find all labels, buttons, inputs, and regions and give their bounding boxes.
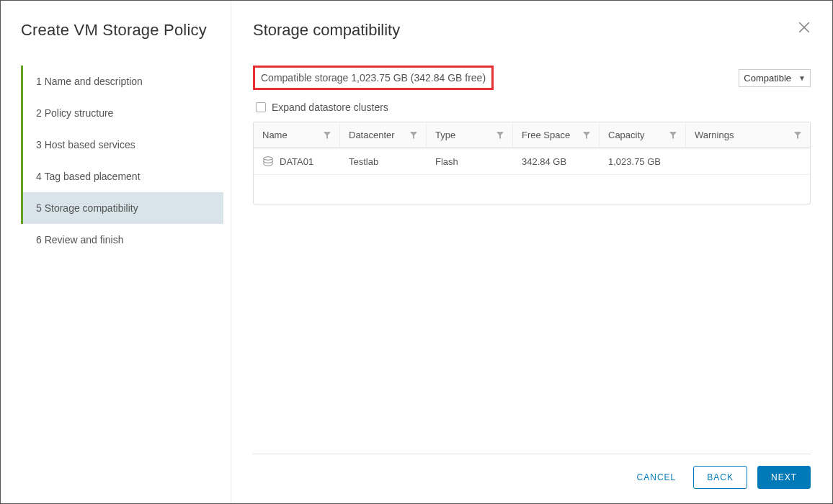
step-policy-structure[interactable]: 2 Policy structure — [21, 97, 223, 129]
page-title: Storage compatibility — [253, 21, 811, 40]
cell-value: Flash — [435, 156, 458, 167]
table-empty-space — [254, 175, 810, 204]
chevron-down-icon: ▼ — [798, 74, 806, 82]
compatibility-dropdown[interactable]: Compatible ▼ — [739, 69, 811, 87]
svg-marker-2 — [324, 132, 331, 139]
filter-icon[interactable] — [324, 132, 331, 139]
compatible-summary: Compatible storage 1,023.75 GB (342.84 G… — [253, 66, 494, 90]
cell-type: Flash — [427, 148, 513, 174]
column-label: Capacity — [608, 130, 645, 140]
main-panel: Storage compatibility Compatible storage… — [231, 1, 832, 503]
filter-icon[interactable] — [669, 132, 677, 139]
back-button[interactable]: BACK — [693, 466, 747, 489]
dialog: Create VM Storage Policy 1 Name and desc… — [0, 0, 833, 504]
cell-value: 1,023.75 GB — [608, 156, 661, 167]
step-label: Tag based placement — [44, 171, 140, 182]
svg-marker-3 — [410, 132, 417, 139]
step-number: 1 — [36, 76, 42, 87]
cell-value: Testlab — [349, 156, 378, 167]
dropdown-selected: Compatible — [744, 73, 791, 84]
checkbox-label: Expand datastore clusters — [272, 102, 388, 113]
next-button[interactable]: NEXT — [757, 466, 811, 489]
datastore-icon — [262, 156, 274, 167]
step-number: 3 — [36, 139, 42, 150]
svg-marker-7 — [794, 132, 801, 139]
wizard-steps: 1 Name and description 2 Policy structur… — [21, 66, 231, 256]
close-icon[interactable] — [798, 21, 811, 34]
svg-marker-4 — [496, 132, 504, 139]
checkbox-icon — [256, 102, 266, 112]
step-tag-based-placement[interactable]: 4 Tag based placement — [21, 161, 223, 192]
filter-icon[interactable] — [410, 132, 417, 139]
filter-icon[interactable] — [794, 132, 801, 139]
step-label: Name and description — [45, 76, 143, 87]
svg-point-8 — [264, 157, 272, 160]
filter-icon[interactable] — [496, 132, 504, 139]
column-label: Warnings — [695, 130, 734, 140]
cell-name: DATA01 — [254, 148, 340, 174]
expand-clusters-checkbox[interactable]: Expand datastore clusters — [256, 102, 811, 113]
cell-datacenter: Testlab — [340, 148, 427, 174]
step-review-and-finish[interactable]: 6 Review and finish — [21, 224, 223, 256]
column-label: Type — [435, 130, 455, 140]
column-label: Name — [262, 130, 288, 140]
cancel-button[interactable]: CANCEL — [630, 467, 684, 488]
wizard-sidebar: Create VM Storage Policy 1 Name and desc… — [1, 1, 231, 503]
column-header-freespace[interactable]: Free Space — [513, 122, 600, 148]
cell-value: 342.84 GB — [522, 156, 566, 167]
table-row[interactable]: DATA01 Testlab Flash 342.84 GB 1,023.75 … — [254, 148, 810, 175]
column-header-datacenter[interactable]: Datacenter — [340, 122, 427, 148]
column-header-type[interactable]: Type — [427, 122, 513, 148]
step-number: 6 — [36, 234, 42, 246]
step-storage-compatibility[interactable]: 5 Storage compatibility — [21, 192, 223, 224]
cell-value: DATA01 — [280, 156, 313, 167]
filter-icon[interactable] — [583, 132, 590, 139]
step-number: 4 — [36, 171, 42, 182]
step-number: 2 — [36, 107, 42, 119]
cell-warnings — [686, 148, 810, 174]
svg-marker-5 — [583, 132, 590, 139]
column-header-capacity[interactable]: Capacity — [600, 122, 686, 148]
dialog-footer: CANCEL BACK NEXT — [253, 454, 811, 489]
cell-freespace: 342.84 GB — [513, 148, 600, 174]
column-header-warnings[interactable]: Warnings — [686, 122, 810, 148]
column-label: Datacenter — [349, 130, 395, 140]
cell-capacity: 1,023.75 GB — [600, 148, 686, 174]
step-name-and-description[interactable]: 1 Name and description — [21, 66, 223, 97]
column-label: Free Space — [522, 130, 570, 140]
step-number: 5 — [36, 202, 42, 214]
datastore-table: Name Datacenter Type Free Space Capacity — [253, 122, 811, 204]
step-label: Host based services — [45, 139, 135, 150]
summary-row: Compatible storage 1,023.75 GB (342.84 G… — [253, 66, 811, 90]
step-label: Policy structure — [45, 107, 114, 119]
table-header: Name Datacenter Type Free Space Capacity — [254, 122, 810, 148]
column-header-name[interactable]: Name — [254, 122, 340, 148]
wizard-title: Create VM Storage Policy — [21, 21, 231, 40]
step-host-based-services[interactable]: 3 Host based services — [21, 129, 223, 161]
table-body: DATA01 Testlab Flash 342.84 GB 1,023.75 … — [254, 148, 810, 204]
step-label: Storage compatibility — [45, 202, 138, 214]
svg-marker-6 — [669, 132, 677, 139]
step-label: Review and finish — [45, 234, 124, 246]
